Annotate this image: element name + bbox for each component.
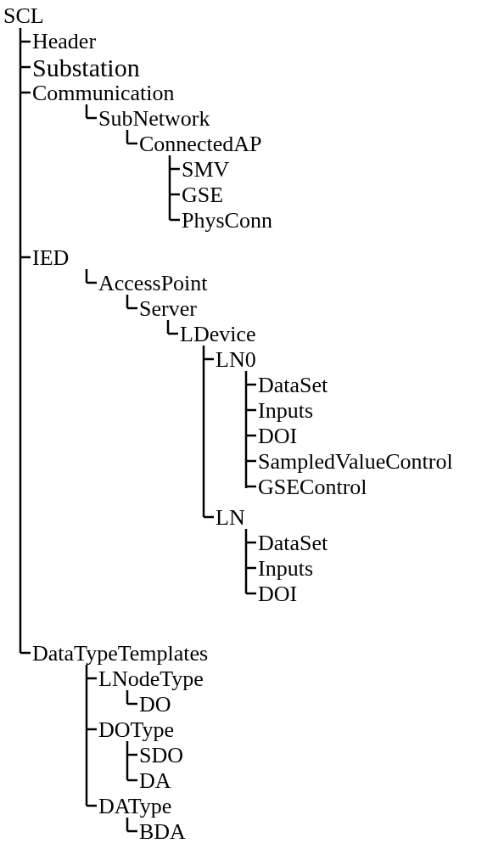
node-do: DO bbox=[139, 692, 171, 717]
scl-tree-diagram: text { font-family: "Times New Roman", T… bbox=[2, 4, 504, 849]
node-ied: IED bbox=[32, 245, 69, 270]
node-dotype: DOType bbox=[98, 717, 174, 742]
node-header: Header bbox=[32, 29, 96, 53]
node-ln0-doi: DOI bbox=[258, 424, 297, 448]
node-ln0-gsecontrol: GSEControl bbox=[258, 475, 367, 499]
node-sdo: SDO bbox=[139, 743, 183, 767]
node-connectedap: ConnectedAP bbox=[139, 132, 261, 156]
node-server: Server bbox=[139, 296, 197, 321]
node-ln-dataset: DataSet bbox=[258, 531, 328, 555]
node-subnetwork: SubNetwork bbox=[98, 106, 210, 131]
node-gse: GSE bbox=[182, 183, 223, 207]
node-substation: Substation bbox=[32, 53, 140, 82]
node-datatypetemplates: DataTypeTemplates bbox=[32, 641, 208, 666]
node-bda: BDA bbox=[139, 819, 186, 844]
node-smv: SMV bbox=[182, 157, 230, 182]
node-ldevice: LDevice bbox=[180, 322, 256, 346]
node-ln0-dataset: DataSet bbox=[258, 373, 328, 397]
node-da: DA bbox=[139, 768, 171, 793]
node-ln0-sampledvaluecontrol: SampledValueControl bbox=[258, 449, 453, 474]
node-ln-doi: DOI bbox=[258, 582, 297, 606]
node-ln: LN bbox=[216, 505, 245, 530]
node-lnodetype: LNodeType bbox=[98, 666, 204, 691]
node-physconn: PhysConn bbox=[182, 208, 272, 233]
node-ln0: LN0 bbox=[216, 347, 256, 372]
node-communication: Communication bbox=[32, 81, 175, 105]
node-datype: DAType bbox=[98, 794, 171, 818]
node-accesspoint: AccessPoint bbox=[98, 271, 208, 295]
node-ln-inputs: Inputs bbox=[258, 556, 313, 581]
node-scl: SCL bbox=[3, 4, 44, 28]
node-ln0-inputs: Inputs bbox=[258, 398, 313, 423]
